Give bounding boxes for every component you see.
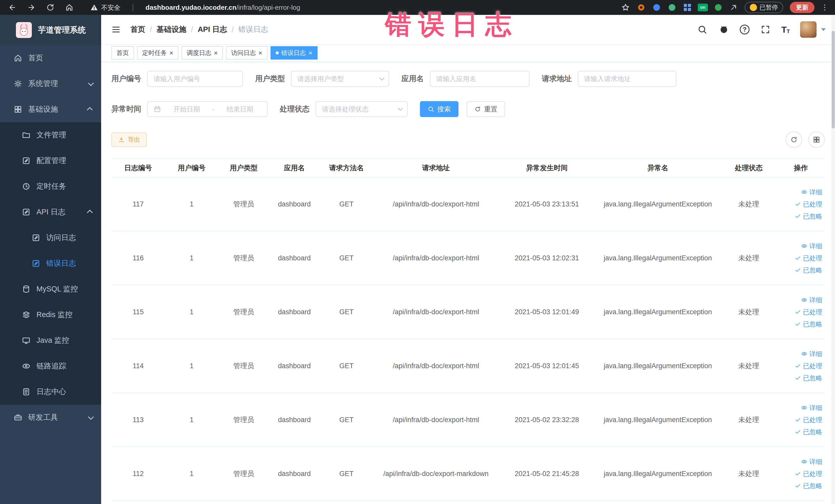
back-icon[interactable] <box>8 3 17 12</box>
column-settings-button[interactable] <box>808 132 825 148</box>
refresh-table-button[interactable] <box>786 132 802 148</box>
security-indicator[interactable]: 不安全 <box>90 3 120 12</box>
mark-ignored-link[interactable]: 已忽略 <box>795 212 822 221</box>
clock-icon <box>22 182 31 191</box>
mark-ignored-link[interactable]: 已忽略 <box>795 320 822 328</box>
sidebar-item-log-center[interactable]: 日志中心 <box>0 379 101 405</box>
search-button[interactable]: 搜索 <box>420 101 459 117</box>
mark-ignored-link[interactable]: 已忽略 <box>795 374 822 382</box>
close-icon[interactable]: × <box>258 49 262 56</box>
font-size-icon[interactable]: TT <box>781 25 790 34</box>
search-icon[interactable] <box>697 24 708 35</box>
sidebar-item-trace[interactable]: 链路追踪 <box>0 353 101 379</box>
help-icon[interactable]: ? <box>740 25 750 35</box>
close-icon[interactable]: × <box>169 49 173 56</box>
app-name-input[interactable] <box>430 71 530 87</box>
detail-link[interactable]: 详细 <box>801 404 822 412</box>
close-icon[interactable]: × <box>308 49 312 56</box>
extension-icon-4[interactable] <box>683 3 692 12</box>
sidebar-item-scheduled-tasks[interactable]: 定时任务 <box>0 174 101 199</box>
tab-scheduled-tasks[interactable]: 定时任务 × <box>137 46 178 60</box>
mark-processed-link[interactable]: 已处理 <box>795 416 822 424</box>
user-type-select[interactable]: 请选择用户类型 <box>291 71 389 87</box>
sidebar-item-system-management[interactable]: 系统管理 <box>0 71 101 97</box>
detail-link[interactable]: 详细 <box>801 296 822 304</box>
mark-processed-link[interactable]: 已处理 <box>795 469 822 478</box>
tab-error-log[interactable]: 错误日志 × <box>270 46 318 60</box>
table-row[interactable]: 116 1 管理员 dashboard GET /api/infra/db-do… <box>111 231 825 285</box>
cell-user-type: 管理员 <box>219 177 269 231</box>
extension-icon-2[interactable] <box>652 3 661 12</box>
reset-button[interactable]: 重置 <box>467 101 505 117</box>
mark-processed-link[interactable]: 已处理 <box>795 362 822 370</box>
sidebar-item-dev-tools[interactable]: 研发工具 <box>0 405 101 430</box>
sidebar-item-file-management[interactable]: 文件管理 <box>0 122 101 148</box>
mark-processed-link[interactable]: 已处理 <box>795 254 822 262</box>
user-id-input[interactable] <box>147 71 243 87</box>
scrollbar-thumb[interactable] <box>832 31 835 128</box>
detail-link[interactable]: 详细 <box>801 242 822 250</box>
extension-icon-5[interactable] <box>714 3 722 12</box>
sidebar-toggle-icon[interactable] <box>110 24 122 35</box>
detail-link[interactable]: 详细 <box>801 188 822 196</box>
tab-home[interactable]: 首页 <box>111 46 134 60</box>
logo[interactable]: 芋道管理系统 <box>0 15 101 45</box>
extension-icon-3[interactable] <box>668 3 676 12</box>
avatar[interactable] <box>800 21 816 38</box>
extension-icon-on[interactable]: on <box>698 3 707 12</box>
sidebar-item-error-log[interactable]: 错误日志 <box>0 250 101 276</box>
eye-icon <box>801 405 807 411</box>
process-status-select[interactable]: 请选择处理状态 <box>316 101 408 117</box>
tab-access-log[interactable]: 访问日志 × <box>226 46 267 60</box>
fullscreen-icon[interactable] <box>760 24 771 35</box>
cell-status: 未处理 <box>720 447 777 501</box>
request-url-input[interactable] <box>578 71 676 87</box>
sidebar-item-redis-monitor[interactable]: Redis 监控 <box>0 302 101 328</box>
breadcrumb-infrastructure[interactable]: 基础设施 <box>157 24 186 35</box>
update-button[interactable]: 更新 <box>790 2 814 13</box>
extension-icon-6[interactable] <box>729 3 738 12</box>
sidebar-item-infrastructure[interactable]: 基础设施 <box>0 97 101 122</box>
sidebar-item-access-log[interactable]: 访问日志 <box>0 225 101 250</box>
paused-badge[interactable]: 已暂停 <box>745 2 783 13</box>
sidebar-item-mysql-monitor[interactable]: MySQL 监控 <box>0 276 101 302</box>
filter-process-status: 处理状态 请选择处理状态 <box>280 101 408 117</box>
sidebar-item-java-monitor[interactable]: Java 监控 <box>0 328 101 353</box>
mark-ignored-link[interactable]: 已忽略 <box>795 428 822 436</box>
table-row[interactable]: 114 1 管理员 dashboard GET /api/infra/db-do… <box>111 339 825 393</box>
breadcrumb-api-log[interactable]: API 日志 <box>198 24 227 35</box>
cell-user-type: 管理员 <box>219 231 269 285</box>
cell-exception-name: java.lang.IllegalArgumentException <box>595 285 720 339</box>
mark-ignored-link[interactable]: 已忽略 <box>795 266 822 275</box>
cell-user-id: 1 <box>165 393 218 447</box>
bookmark-star-icon[interactable] <box>621 3 630 12</box>
url-bar[interactable]: dashboard.yudao.iocoder.cn/infra/log/api… <box>145 4 300 12</box>
detail-link[interactable]: 详细 <box>801 458 822 466</box>
close-icon[interactable]: × <box>214 49 218 56</box>
forward-icon[interactable] <box>27 3 36 12</box>
database-icon <box>22 284 31 294</box>
cell-user-id: 1 <box>165 231 218 285</box>
export-button[interactable]: 导出 <box>111 133 147 147</box>
sidebar-item-api-log[interactable]: API 日志 <box>0 199 101 225</box>
table-toolbar: 导出 <box>111 132 825 148</box>
sidebar-item-config-management[interactable]: 配置管理 <box>0 148 101 174</box>
mark-processed-link[interactable]: 已处理 <box>795 200 822 208</box>
sidebar-item-home[interactable]: 首页 <box>0 45 101 71</box>
browser-menu-icon[interactable]: ⋮ <box>821 4 828 11</box>
table-row[interactable]: 112 1 管理员 dashboard GET /api/infra/db-do… <box>111 447 825 501</box>
tab-schedule-log[interactable]: 调度日志 × <box>182 46 223 60</box>
breadcrumb-home[interactable]: 首页 <box>130 24 145 35</box>
github-icon[interactable] <box>718 24 730 35</box>
table-row[interactable]: 115 1 管理员 dashboard GET /api/infra/db-do… <box>111 285 825 339</box>
table-row[interactable]: 117 1 管理员 dashboard GET /api/infra/db-do… <box>111 177 825 231</box>
extension-icon-1[interactable] <box>637 3 646 12</box>
mark-processed-link[interactable]: 已处理 <box>795 308 822 316</box>
table-row[interactable]: 113 1 管理员 dashboard GET /api/infra/db-do… <box>111 393 825 447</box>
mark-ignored-link[interactable]: 已忽略 <box>795 482 822 490</box>
detail-link[interactable]: 详细 <box>801 350 822 358</box>
date-range-picker[interactable]: 开始日期 - 结束日期 <box>147 101 267 117</box>
home-icon[interactable] <box>65 3 74 12</box>
avatar-caret-icon[interactable] <box>821 28 826 31</box>
reload-icon[interactable] <box>46 3 55 12</box>
